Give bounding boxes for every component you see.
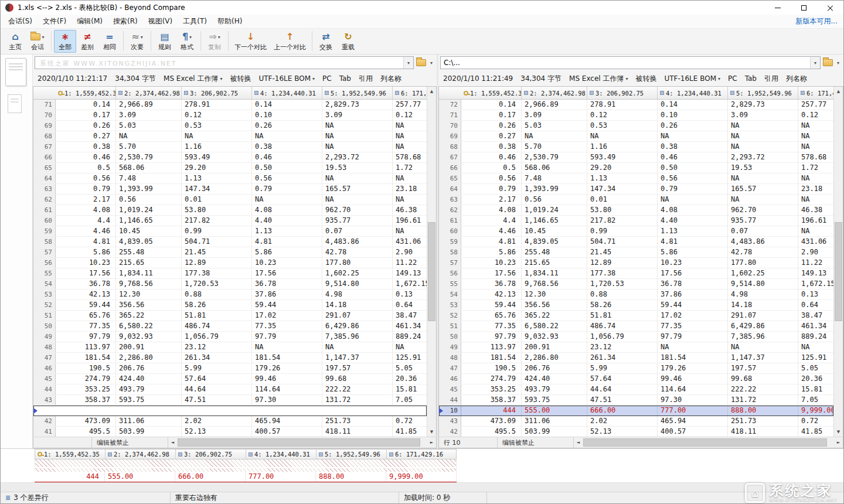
table-row[interactable]: 44353.25493.7944.64114.64222.2215.81 [33,384,427,395]
right-path-combobox[interactable]: C:\... ▾ [440,56,821,69]
table-row[interactable]: 660.5568.0629.200.5019.531.72 [439,163,833,173]
table-row[interactable]: 585.86255.4821.455.8642.782.90 [439,247,833,258]
rules-button[interactable]: ▤规则 [154,30,176,53]
scroll-down-icon[interactable]: ▼ [427,427,436,437]
table-row[interactable]: 594.814,839.05504.714.814,483.86431.06 [439,237,833,247]
right-horizontal-scrollbar[interactable]: ◄ ► [574,437,843,448]
left-hscroll-thumb[interactable] [178,438,420,447]
scroll-right-icon[interactable]: ► [834,440,843,445]
table-row[interactable]: 660.462,530.79593.490.462,293.72578.68 [33,152,427,163]
left-file-format[interactable]: MS Excel 工作簿▾ [164,74,222,84]
right-browse-folder-icon[interactable] [823,59,833,66]
scroll-up-icon[interactable]: ▲ [834,87,843,96]
table-row[interactable]: 690.265.030.530.26NANA [33,121,427,131]
scroll-up-icon[interactable]: ▲ [427,87,436,96]
left-encoding[interactable]: UTF-16LE BOM▾ [258,74,315,83]
column-header-6[interactable]: 6: 171,429.16 [387,449,457,459]
column-header-1[interactable]: 1: 1,559,452.35 [35,449,106,459]
maximize-button[interactable] [791,1,817,15]
left-modified-time[interactable]: 2020/1/10 11:21:17 [38,74,107,83]
table-row[interactable]: 4997.799,032.931,056.7997.797,385.96889.… [33,332,427,342]
table-row[interactable]: 48113.97200.9123.12NANANA [33,342,427,353]
right-browse-dropdown-icon[interactable]: ▾ [835,60,841,66]
column-header-1[interactable]: 1: 1,559,452.35 [461,87,522,99]
table-row[interactable]: 43473.09311.062.02465.94251.730.72 [439,416,833,427]
scroll-left-icon[interactable]: ◄ [168,440,177,445]
table-row[interactable]: 670.462,530.79593.490.462,293.72578.68 [439,152,833,163]
table-row[interactable]: 680.385.701.160.38NANA [439,142,833,152]
right-vertical-scrollbar[interactable]: ▲ ▼ [833,87,843,437]
menu-item-5[interactable]: 视图(V) [143,15,178,28]
table-row[interactable]: 43358.37593.7547.5197.30131.727.05 [33,395,427,406]
menu-item-2[interactable]: 文件(F) [38,15,72,28]
table-row[interactable]: 5442.1312.300.8837.864.980.13 [439,290,833,300]
column-header-4[interactable]: 4: 1,234,440.31 [252,87,322,99]
table-row[interactable]: 630.791,393.99147.340.79165.5723.18 [33,184,427,195]
left-browse-dropdown-icon[interactable]: ▾ [428,60,434,66]
left-vertical-scrollbar[interactable]: ▲ ▼ [427,87,436,437]
right-delimiter[interactable]: Tab [745,74,757,83]
table-row[interactable]: 624.081,019.2453.804.08962.7046.38 [439,205,833,216]
column-header-2[interactable]: 2: 2,374,462.98 [522,87,587,99]
table-row[interactable]: 604.41,146.65217.824.40935.77196.61 [33,216,427,226]
left-converted[interactable]: 被转换 [230,74,251,84]
table-row[interactable]: 650.567.481.130.56NANA [439,173,833,184]
left-column-names[interactable]: 列名称 [380,74,401,84]
table-row[interactable]: 5265.76365.2251.8117.02291.0738.47 [439,311,833,321]
swap-button[interactable]: ⇄交换 [315,30,337,53]
table-row[interactable]: 614.41,146.65217.824.40935.77196.61 [439,216,833,226]
menu-item-1[interactable]: 会话(S) [3,15,38,28]
reload-button[interactable]: ↻重载 [337,30,359,53]
left-quote[interactable]: 引用 [359,74,373,84]
left-path-dropdown-icon[interactable]: ▾ [403,57,413,69]
menu-item-3[interactable]: 编辑(M) [72,15,108,28]
table-row[interactable]: 5610.23215.6512.8910.23177.8011.22 [33,258,427,268]
next-difference-button[interactable]: ↓下一个对比 [231,30,270,53]
left-file-size[interactable]: 34,304 字节 [115,74,156,84]
column-header-5[interactable]: 5: 1,952,549.96 [728,87,798,99]
table-row[interactable]: 46190.5206.765.99179.26197.575.05 [33,363,427,374]
table-row[interactable]: 690.27NANANANANA [439,131,833,142]
home-button[interactable]: ⌂主页 [4,30,26,53]
sessions-button[interactable]: ▾会话 [26,30,49,53]
table-row[interactable]: 5097.799,032.931,056.7997.797,385.96889.… [439,332,833,342]
current-diff-row[interactable]: 10444555.00666.00777.00888.009,999.00 [439,406,833,416]
table-row[interactable]: 5517.561,834.11177.3817.561,602.25149.13 [33,268,427,279]
menu-item-7[interactable]: 帮助(H) [212,15,247,28]
table-row[interactable]: 5359.44356.5658.2659.4414.180.64 [439,300,833,311]
previous-difference-button[interactable]: ↑上一个对比 [270,30,309,53]
format-button[interactable]: ¶▾格式 [176,30,198,53]
table-row[interactable]: 45274.79424.4057.6499.4699.6820.36 [33,374,427,384]
right-vscroll-thumb[interactable] [835,222,842,322]
table-row[interactable]: 5436.789,768.561,720.5336.789,514.801,67… [33,279,427,290]
table-row[interactable]: 49113.97200.9123.12NANANA [439,342,833,353]
left-path-combobox[interactable]: 系统之家 WWW.XITONGZHIJIA.NET ▾ [35,56,414,69]
table-row[interactable]: 5710.23215.6512.8910.23177.8011.22 [439,258,833,268]
column-header-2[interactable]: 2: 2,374,462.98 [116,87,182,99]
show-same-button[interactable]: =相同 [98,30,121,53]
column-header-3[interactable]: 3: 206,902.75 [176,449,246,459]
table-row[interactable]: 622.170.560.01NANANA [33,195,427,205]
scroll-left-icon[interactable]: ◄ [574,440,583,445]
show-all-button[interactable]: ∗全部 [54,30,76,53]
view-thumbnail-icon[interactable] [8,94,22,113]
scroll-right-icon[interactable]: ► [427,440,436,445]
table-row[interactable]: 48181.542,286.80261.34181.541,147.37125.… [439,353,833,363]
column-header-3[interactable]: 3: 206,902.75 [182,87,252,99]
table-row[interactable]: 710.142,966.89278.910.142,829.73257.77 [33,100,427,110]
table-row[interactable]: 710.173.090.120.103.090.12 [439,110,833,121]
table-row[interactable]: 680.27NANANANANA [33,131,427,142]
column-header-5[interactable]: 5: 1,952,549.96 [322,87,393,99]
left-vscroll-thumb[interactable] [428,222,435,322]
table-row[interactable]: 41495.5503.9952.13400.57418.1141.85 [33,427,427,437]
table-row[interactable]: 5617.561,834.11177.3817.561,602.25149.13 [439,268,833,279]
column-header-4[interactable]: 4: 1,234,440.31 [246,449,316,459]
table-row[interactable]: 46274.79424.4057.6499.4699.6820.36 [439,374,833,384]
column-header-5[interactable]: 5: 1,952,549.96 [316,449,387,459]
table-row[interactable]: 594.4610.450.991.130.07NA [33,226,427,237]
right-encoding[interactable]: UTF-16LE BOM▾ [664,74,720,83]
minor-button[interactable]: ≈▾次要 [126,30,148,53]
table-row[interactable]: 700.173.090.120.103.090.12 [33,110,427,121]
left-line-ending[interactable]: PC [322,74,332,83]
table-row[interactable]: 47190.5206.765.99179.26197.575.05 [439,363,833,374]
